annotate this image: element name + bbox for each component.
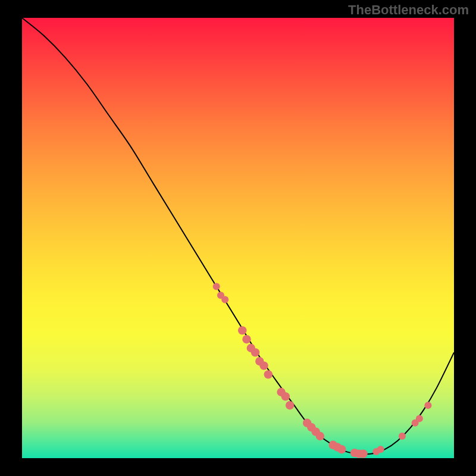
bottleneck-curve	[22, 18, 454, 454]
data-markers	[213, 283, 432, 458]
chart-plot-area	[22, 18, 454, 458]
data-marker	[359, 449, 367, 458]
data-marker	[281, 392, 290, 400]
data-marker	[259, 361, 268, 369]
data-marker	[286, 401, 294, 409]
watermark-text: TheBottleneck.com	[348, 2, 469, 18]
data-marker	[213, 283, 220, 290]
data-marker	[221, 296, 228, 303]
data-marker	[424, 402, 431, 409]
data-marker	[316, 432, 324, 440]
data-marker	[251, 348, 259, 356]
data-marker	[377, 446, 384, 453]
data-marker	[242, 335, 250, 343]
data-marker	[337, 445, 346, 453]
data-marker	[238, 326, 246, 334]
data-marker	[416, 415, 423, 422]
data-marker	[264, 370, 273, 378]
chart-svg	[22, 18, 454, 458]
data-marker	[399, 433, 406, 440]
